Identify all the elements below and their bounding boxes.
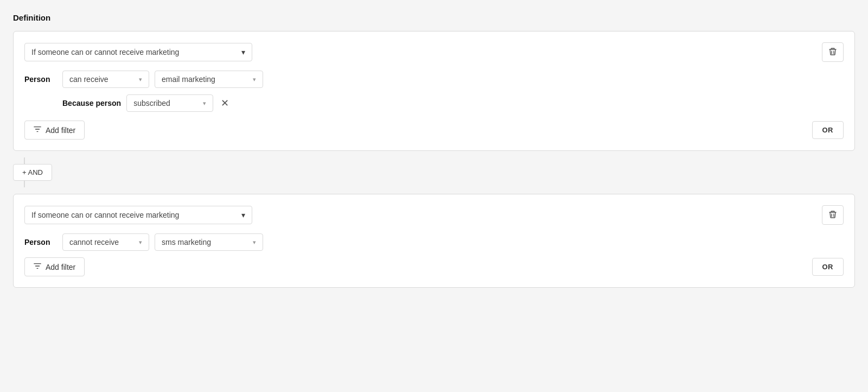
condition-type-chevron-1: ▾ <box>241 48 245 56</box>
condition-block-1-header: If someone can or cannot receive marketi… <box>24 42 844 62</box>
or-button-2[interactable]: OR <box>812 258 844 276</box>
connector-line-top <box>24 157 25 164</box>
because-select-1[interactable]: subscribed ▾ <box>126 94 213 112</box>
marketing-select-1[interactable]: email marketing ▾ <box>155 71 263 88</box>
and-button[interactable]: + AND <box>13 164 52 181</box>
because-label-1: Because person <box>62 99 121 108</box>
add-filter-label-2: Add filter <box>46 263 75 271</box>
because-select-label-1: subscribed <box>133 99 170 108</box>
because-chevron-1: ▾ <box>203 100 206 107</box>
person-row-2: Person cannot receive ▾ sms marketing ▾ <box>24 233 844 251</box>
or-button-1[interactable]: OR <box>812 121 844 139</box>
receive-select-label-2: cannot receive <box>69 238 119 246</box>
condition-type-label-2: If someone can or cannot receive marketi… <box>31 211 179 219</box>
marketing-select-label-2: sms marketing <box>162 238 211 246</box>
person-label-2: Person <box>24 238 57 246</box>
marketing-chevron-2: ▾ <box>253 239 256 246</box>
filter-icon-2 <box>34 262 41 271</box>
condition-type-chevron-2: ▾ <box>241 211 245 219</box>
and-connector: + AND <box>13 157 855 187</box>
receive-chevron-2: ▾ <box>139 239 142 246</box>
delete-button-1[interactable] <box>822 42 844 62</box>
add-filter-button-2[interactable]: Add filter <box>24 257 85 276</box>
condition-type-select-2[interactable]: If someone can or cannot receive marketi… <box>24 206 252 224</box>
because-row-1: Because person subscribed ▾ ✕ <box>62 94 844 112</box>
receive-select-2[interactable]: cannot receive ▾ <box>62 233 149 251</box>
bottom-row-1: Add filter OR <box>24 121 844 140</box>
condition-block-2: If someone can or cannot receive marketi… <box>13 194 855 288</box>
receive-select-1[interactable]: can receive ▾ <box>62 71 149 88</box>
receive-chevron-1: ▾ <box>139 76 142 83</box>
condition-block-1: If someone can or cannot receive marketi… <box>13 31 855 151</box>
condition-type-label-1: If someone can or cannot receive marketi… <box>31 48 179 56</box>
marketing-select-2[interactable]: sms marketing ▾ <box>155 233 263 251</box>
receive-select-label-1: can receive <box>69 75 108 84</box>
person-label-1: Person <box>24 75 57 84</box>
remove-because-button-1[interactable]: ✕ <box>219 98 231 108</box>
marketing-chevron-1: ▾ <box>253 76 256 83</box>
marketing-select-label-1: email marketing <box>162 75 215 84</box>
add-filter-label-1: Add filter <box>46 126 75 135</box>
add-filter-button-1[interactable]: Add filter <box>24 121 85 140</box>
person-row-1: Person can receive ▾ email marketing ▾ <box>24 71 844 88</box>
bottom-row-2: Add filter OR <box>24 257 844 276</box>
connector-line-bottom <box>24 181 25 187</box>
condition-type-select-1[interactable]: If someone can or cannot receive marketi… <box>24 43 252 61</box>
section-title: Definition <box>13 13 855 22</box>
definition-section: Definition If someone can or cannot rece… <box>13 13 855 288</box>
delete-button-2[interactable] <box>822 205 844 225</box>
filter-icon-1 <box>34 125 41 135</box>
condition-block-2-header: If someone can or cannot receive marketi… <box>24 205 844 225</box>
